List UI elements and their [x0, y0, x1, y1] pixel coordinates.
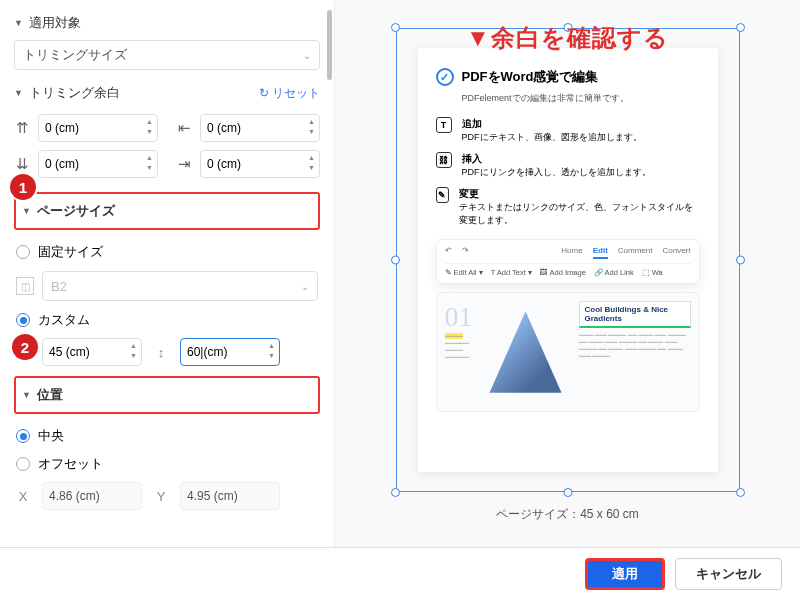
spinner-buttons[interactable]: ▲▼	[146, 117, 153, 137]
radio-icon	[16, 457, 30, 471]
width-input[interactable]: ▲▼	[42, 338, 142, 366]
collapse-icon: ▼	[14, 18, 23, 28]
fixed-size-value: B2	[51, 279, 67, 294]
preview-page: ✓PDFをWord感覚で編集 PDFelementでの編集は非常に簡単です。 T…	[418, 48, 718, 472]
height-icon: ↕	[152, 345, 170, 360]
margin-top-input[interactable]: ▲▼	[38, 114, 158, 142]
collapse-icon: ▼	[14, 88, 23, 98]
radio-center-label: 中央	[38, 427, 64, 445]
building-image	[481, 301, 571, 403]
feat-title: 変更	[459, 187, 699, 201]
preview-title: PDFをWord感覚で編集	[462, 68, 599, 86]
offset-x-field	[49, 489, 135, 503]
spinner-buttons[interactable]: ▲▼	[308, 117, 315, 137]
section-position[interactable]: ▼ 位置	[22, 382, 312, 408]
highlight-position: ▼ 位置	[14, 376, 320, 414]
margin-left-icon: ⇤	[176, 120, 192, 136]
highlight-pagesize: ▼ ページサイズ	[14, 192, 320, 230]
cancel-button[interactable]: キャンセル	[675, 558, 782, 590]
resize-handle[interactable]	[391, 256, 400, 265]
section-target[interactable]: ▼ 適用対象	[14, 10, 320, 36]
section-position-label: 位置	[37, 386, 63, 404]
tool-wa: Wa	[652, 268, 663, 277]
collapse-icon: ▼	[22, 206, 31, 216]
resize-handle[interactable]	[391, 488, 400, 497]
margin-right-icon: ⇥	[176, 156, 192, 172]
collapse-icon: ▼	[22, 390, 31, 400]
tool-editall: Edit All	[454, 268, 477, 277]
preview-subtitle: PDFelementでの編集は非常に簡単です。	[462, 92, 700, 105]
trimming-size-dropdown[interactable]: トリミングサイズ ⌄	[14, 40, 320, 70]
tab-comment: Comment	[618, 246, 653, 259]
radio-fixed-label: 固定サイズ	[38, 243, 103, 261]
height-input[interactable]: ▲▼	[180, 338, 280, 366]
text-icon: T	[436, 117, 452, 133]
fixed-size-dropdown: B2 ⌄	[42, 271, 318, 301]
resize-handle[interactable]	[736, 488, 745, 497]
offset-x-input	[42, 482, 142, 510]
feat-desc: テキストまたはリンクのサイズ、色、フォントスタイルを変更します。	[459, 202, 693, 225]
tool-addlink: Add Link	[605, 268, 634, 277]
annotation-badge-1: 1	[10, 174, 36, 200]
section-target-label: 適用対象	[29, 14, 81, 32]
tab-convert: Convert	[662, 246, 690, 259]
tab-home: Home	[561, 246, 582, 259]
margin-left-input[interactable]: ▲▼	[200, 114, 320, 142]
margin-left-field[interactable]	[207, 121, 313, 135]
feat-desc: PDFにリンクを挿入し、透かしを追加します。	[462, 167, 651, 177]
feat-title: 追加	[462, 117, 642, 131]
offset-y-input	[180, 482, 280, 510]
radio-fixed-size[interactable]: 固定サイズ	[14, 238, 320, 266]
spinner-buttons[interactable]: ▲▼	[268, 341, 275, 361]
margin-bottom-input[interactable]: ▲▼	[38, 150, 158, 178]
feat-title: 挿入	[462, 152, 651, 166]
reset-label: リセット	[272, 85, 320, 102]
chevron-down-icon: ⌄	[301, 281, 309, 292]
y-label: Y	[152, 489, 170, 504]
height-field[interactable]	[187, 345, 273, 359]
width-field[interactable]	[49, 345, 135, 359]
spinner-buttons[interactable]: ▲▼	[308, 153, 315, 173]
resize-handle[interactable]	[391, 23, 400, 32]
resize-handle[interactable]	[736, 23, 745, 32]
margin-right-input[interactable]: ▲▼	[200, 150, 320, 178]
preview-panel: ▼余白を確認する ✓PDFをWord感覚で編集 PDFelementでの編集は非…	[335, 0, 800, 547]
preview-document: 01 ━━━━━━━━━━━━━━━━━━━━━━━━━━━━ Cool Bui…	[436, 292, 700, 412]
radio-offset-label: オフセット	[38, 455, 103, 473]
section-trimming-label: トリミング余白	[29, 84, 120, 102]
radio-custom-size[interactable]: カスタム	[14, 306, 320, 334]
chevron-down-icon: ⌄	[303, 50, 311, 61]
annotation-text: ▼余白を確認する	[466, 22, 669, 54]
doc-heading: Cool Buildings & Nice Gradients	[579, 301, 691, 328]
spinner-buttons[interactable]: ▲▼	[130, 341, 137, 361]
reset-button[interactable]: ↻ リセット	[259, 85, 320, 102]
radio-custom-label: カスタム	[38, 311, 90, 329]
link-icon: ⛓	[436, 152, 452, 168]
page-size-label: ページサイズ：45 x 60 cm	[496, 506, 639, 523]
annotation-badge-2: 2	[12, 334, 38, 360]
x-label: X	[14, 489, 32, 504]
reset-icon: ↻	[259, 86, 269, 100]
doc-number: 01	[445, 301, 473, 333]
section-trimming[interactable]: ▼ トリミング余白 ↻ リセット	[14, 80, 320, 106]
apply-button[interactable]: 適用	[585, 558, 665, 590]
orientation-icon: ◫	[16, 277, 34, 295]
margin-bottom-field[interactable]	[45, 157, 151, 171]
section-pagesize[interactable]: ▼ ページサイズ	[22, 198, 312, 224]
dialog-footer: 3 適用 キャンセル	[0, 548, 800, 600]
spinner-buttons[interactable]: ▲▼	[146, 153, 153, 173]
resize-handle[interactable]	[563, 488, 572, 497]
preview-toolbar: ↶↷ Home Edit Comment Convert ✎ Edit All …	[436, 239, 700, 284]
radio-icon	[16, 313, 30, 327]
radio-center[interactable]: 中央	[14, 422, 320, 450]
margin-right-field[interactable]	[207, 157, 313, 171]
tool-addimage: Add Image	[550, 268, 586, 277]
scrollbar[interactable]	[327, 10, 332, 80]
section-pagesize-label: ページサイズ	[37, 202, 115, 220]
check-icon: ✓	[436, 68, 454, 86]
tool-addtext: Add Text	[497, 268, 526, 277]
margin-top-field[interactable]	[45, 121, 151, 135]
preview-crop-frame[interactable]: ✓PDFをWord感覚で編集 PDFelementでの編集は非常に簡単です。 T…	[388, 20, 748, 500]
radio-offset[interactable]: オフセット	[14, 450, 320, 478]
resize-handle[interactable]	[736, 256, 745, 265]
